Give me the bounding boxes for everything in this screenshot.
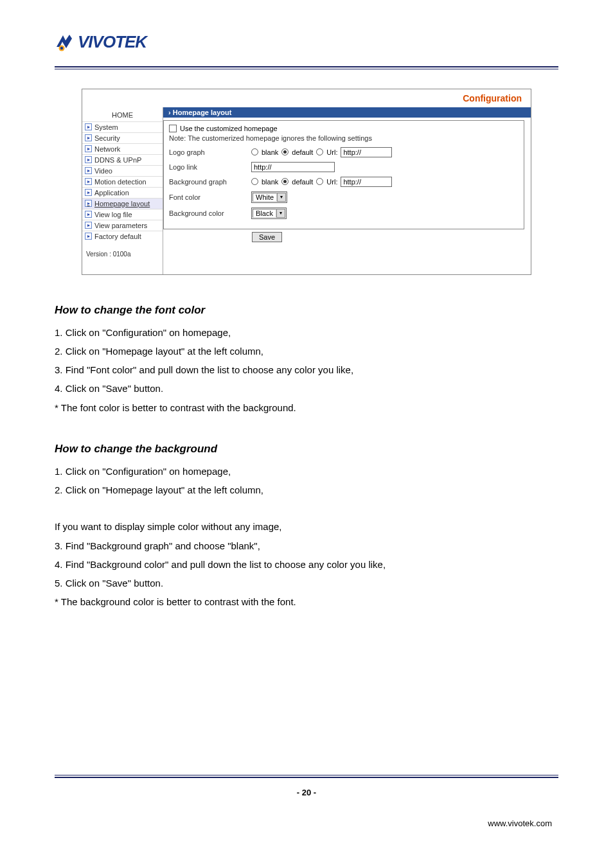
- home-link[interactable]: HOME: [82, 107, 163, 121]
- nav-security[interactable]: ▸Security: [82, 132, 163, 143]
- radio-label: default: [292, 148, 313, 156]
- logo-graph-default-radio[interactable]: [281, 148, 289, 155]
- nav-label: Motion detection: [94, 178, 147, 186]
- section2-line: 5. Click on "Save" button.: [55, 574, 558, 592]
- bottom-divider: [55, 775, 558, 778]
- section2-line: 3. Find "Background graph" and choose "b…: [55, 536, 558, 555]
- page-number: - 20 -: [0, 788, 613, 797]
- nav-view-log-file[interactable]: ▸View log file: [82, 209, 163, 220]
- section1-line: 3. Find "Font color" and pull down the l…: [55, 360, 558, 379]
- arrow-icon: ▸: [85, 200, 92, 207]
- arrow-icon: ▸: [85, 211, 92, 218]
- arrow-icon: ▸: [85, 123, 92, 130]
- logo-graph-url-radio[interactable]: [316, 148, 323, 155]
- arrow-icon: ▸: [85, 189, 92, 196]
- arrow-icon: ▸: [85, 222, 92, 229]
- nav-video[interactable]: ▸Video: [82, 165, 163, 176]
- select-value: White: [253, 193, 277, 202]
- section2-line: 2. Click on "Homepage layout" at the lef…: [55, 481, 558, 499]
- section1-line: 2. Click on "Homepage layout" at the lef…: [55, 342, 558, 360]
- section2-line: 4. Find "Background color" and pull down…: [55, 555, 558, 574]
- radio-label: Url:: [326, 148, 337, 156]
- nav-view-parameters[interactable]: ▸View parameters: [82, 220, 163, 231]
- section1-line: 1. Click on "Configuration" on homepage,: [55, 323, 558, 342]
- nav-homepage-layout[interactable]: ▸Homepage layout: [82, 198, 163, 209]
- nav-factory-default[interactable]: ▸Factory default: [82, 231, 163, 242]
- logo-graph-label: Logo graph: [169, 148, 251, 156]
- section1-line: * The font color is better to contrast w…: [55, 398, 558, 417]
- nav-label: Homepage layout: [94, 200, 150, 208]
- nav-ddns-upnp[interactable]: ▸DDNS & UPnP: [82, 154, 163, 165]
- font-color-select[interactable]: White ▾: [251, 191, 287, 203]
- arrow-icon: ▸: [85, 156, 92, 163]
- svg-point-1: [60, 46, 63, 49]
- nav-label: View parameters: [94, 222, 147, 229]
- nav-label: DDNS & UPnP: [94, 156, 141, 164]
- logo-mark-icon: [55, 33, 74, 52]
- sidebar: HOME ▸System ▸Security ▸Network ▸DDNS & …: [82, 107, 163, 274]
- chevron-down-icon: ▾: [277, 193, 286, 202]
- section-title: Homepage layout: [163, 107, 531, 118]
- select-value: Black: [253, 209, 276, 218]
- arrow-icon: ▸: [85, 167, 92, 174]
- logo-text: VIVOTEK: [78, 32, 147, 52]
- config-screenshot: Configuration HOME ▸System ▸Security ▸Ne…: [82, 89, 531, 275]
- logo: VIVOTEK: [55, 32, 558, 55]
- nav-label: Video: [94, 167, 112, 175]
- radio-label: Url:: [326, 178, 337, 186]
- logo-graph-blank-radio[interactable]: [251, 148, 258, 155]
- footer-url: www.vivotek.com: [488, 819, 552, 828]
- logo-link-input[interactable]: [251, 162, 335, 172]
- note-text: Note: The customerized homepage ignores …: [169, 134, 519, 142]
- section2-line: * The background color is better to cont…: [55, 592, 558, 611]
- font-color-label: Font color: [169, 193, 251, 201]
- save-button[interactable]: Save: [252, 232, 282, 242]
- section2-heading: How to change the background: [55, 443, 558, 456]
- top-divider: [55, 66, 558, 69]
- bg-graph-blank-radio[interactable]: [251, 178, 258, 185]
- nav-label: Factory default: [94, 233, 141, 240]
- bg-graph-url-radio[interactable]: [316, 178, 323, 185]
- section1-line: 4. Click on "Save" button.: [55, 379, 558, 398]
- nav-label: Application: [94, 189, 129, 197]
- nav-label: View log file: [94, 211, 132, 218]
- radio-label: blank: [262, 178, 278, 186]
- bg-graph-default-radio[interactable]: [281, 178, 289, 185]
- arrow-icon: ▸: [85, 134, 92, 141]
- nav-system[interactable]: ▸System: [82, 121, 163, 132]
- arrow-icon: ▸: [85, 178, 92, 185]
- section1-heading: How to change the font color: [55, 304, 558, 317]
- logo-link-label: Logo link: [169, 163, 251, 171]
- bg-color-select[interactable]: Black ▾: [251, 208, 287, 219]
- radio-label: blank: [262, 148, 278, 156]
- nav-label: System: [94, 123, 118, 131]
- chevron-down-icon: ▾: [276, 209, 285, 218]
- arrow-icon: ▸: [85, 233, 92, 240]
- bg-color-label: Background color: [169, 209, 251, 217]
- logo-graph-url-input[interactable]: [341, 147, 392, 157]
- configuration-link[interactable]: Configuration: [463, 93, 522, 103]
- radio-label: default: [292, 178, 313, 186]
- use-customized-checkbox[interactable]: [169, 125, 177, 132]
- section2-line: 1. Click on "Configuration" on homepage,: [55, 462, 558, 481]
- nav-application[interactable]: ▸Application: [82, 187, 163, 198]
- nav-network[interactable]: ▸Network: [82, 143, 163, 154]
- use-customized-label: Use the customized homepage: [180, 125, 278, 132]
- bg-graph-label: Background graph: [169, 178, 251, 186]
- nav-motion-detection[interactable]: ▸Motion detection: [82, 176, 163, 187]
- version-text: Version : 0100a: [82, 242, 163, 263]
- arrow-icon: ▸: [85, 145, 92, 152]
- nav-label: Security: [94, 134, 120, 142]
- bg-graph-url-input[interactable]: [341, 177, 392, 187]
- section2-line: If you want to display simple color with…: [55, 517, 558, 536]
- nav-label: Network: [94, 145, 120, 153]
